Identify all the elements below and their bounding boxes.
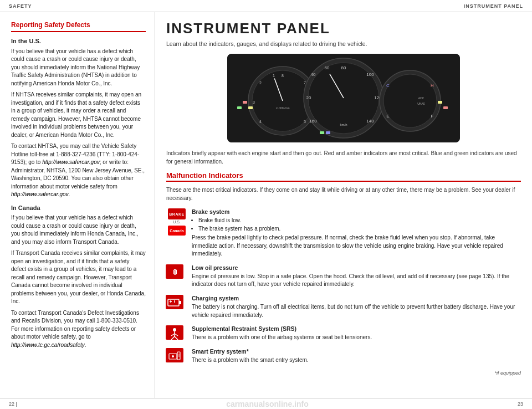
svg-text:5: 5: [304, 120, 306, 124]
watermark: carmanualsonline.info: [226, 400, 309, 408]
svg-point-26: [383, 74, 437, 127]
oil-text: Low oil pressure Engine oil pressure is …: [192, 264, 521, 289]
svg-rect-44: [179, 301, 181, 304]
smart-title: Smart Entry system*: [192, 347, 521, 356]
page-subtitle: Learn about the indicators, gauges, and …: [166, 40, 521, 47]
brake-body: Press the brake pedal lightly to check p…: [192, 234, 503, 257]
header-right: INSTRUMENT PANEL: [464, 3, 523, 9]
indicators-brief: Indicators briefly appear with each engi…: [166, 149, 521, 166]
battery-icon-container: [166, 295, 187, 309]
srs-text: Supplemental Restraint System (SRS) Ther…: [192, 325, 521, 342]
indicator-battery: Charging system The battery is not charg…: [166, 294, 521, 319]
svg-text:60: 60: [325, 65, 330, 70]
svg-point-49: [173, 328, 176, 331]
oil-title: Low oil pressure: [192, 264, 521, 272]
svg-rect-35: [326, 131, 330, 134]
canada-link[interactable]: http://www.tc.gc.ca/roadsafety: [11, 342, 85, 348]
battery-body: The battery is not charging. Turn off al…: [192, 304, 515, 318]
indicator-brake: BRAKE U.S. Canada Brake system Brake flu…: [166, 208, 521, 258]
nhtsa-link2[interactable]: http://www.safercar.gov: [11, 191, 69, 197]
svg-point-57: [172, 355, 174, 357]
svg-text:40: 40: [311, 72, 316, 77]
page-title: INSTRUMENT PANEL: [166, 20, 521, 37]
brake-icon-container: BRAKE U.S. Canada: [166, 208, 187, 236]
brake-bullet-1: Brake fluid is low.: [198, 217, 521, 225]
svg-rect-32: [237, 106, 242, 109]
smart-body: There is a problem with the smart entry …: [192, 357, 309, 363]
smart-text: Smart Entry system* There is a problem w…: [192, 347, 521, 365]
svg-rect-37: [443, 106, 448, 109]
battery-text: Charging system The battery is not charg…: [192, 294, 521, 319]
footnote: *if equipped: [166, 370, 521, 376]
nhtsa-link[interactable]: http://www.safercar.gov: [42, 159, 100, 165]
instrument-panel-image: 8 7 6 5 4 3 2 1 ×1000r/min 80 100 120 14…: [227, 54, 460, 142]
oil-body: Engine oil pressure is low. Stop in a sa…: [192, 273, 509, 288]
svg-rect-36: [438, 101, 442, 104]
page-number-left: 22 |: [9, 401, 17, 407]
svg-text:2: 2: [259, 81, 262, 85]
brake-canada-icon: Canada: [168, 226, 186, 236]
svg-text:160: 160: [309, 119, 317, 124]
svg-text:100: 100: [366, 72, 374, 77]
top-bar: SAFETY INSTRUMENT PANEL: [0, 0, 532, 12]
svg-text:×1000r/min: ×1000r/min: [275, 106, 289, 110]
svg-rect-31: [243, 101, 247, 104]
oil-icon: 🛢: [166, 264, 183, 279]
indicator-oil: 🛢 Low oil pressure Engine oil pressure i…: [166, 264, 521, 289]
svg-text:1: 1: [273, 74, 275, 78]
srs-icon-container: [166, 325, 187, 340]
svg-rect-55: [166, 348, 183, 362]
right-panel: INSTRUMENT PANEL Learn about the indicat…: [155, 12, 532, 398]
us-para3: To contact NHTSA, you may call the Vehic…: [11, 142, 146, 199]
srs-title: Supplemental Restraint System (SRS): [192, 325, 521, 333]
brake-text: Brake system Brake fluid is low. The bra…: [192, 208, 521, 258]
srs-icon: [166, 325, 183, 340]
malfunction-title: Malfunction Indicators: [166, 171, 521, 182]
canada-heading: In Canada: [11, 203, 146, 213]
smart-icon-container: [166, 348, 187, 362]
svg-text:H: H: [431, 83, 434, 88]
svg-text:UKAS: UKAS: [417, 102, 425, 105]
smart-icon: [166, 348, 183, 362]
indicator-smart: Smart Entry system* There is a problem w…: [166, 347, 521, 365]
brake-us-icon: BRAKE: [168, 208, 186, 219]
left-section-title: Reporting Safety Defects: [11, 20, 146, 32]
indicator-srs: Supplemental Restraint System (SRS) Ther…: [166, 325, 521, 342]
svg-text:80: 80: [341, 65, 346, 70]
main-content: Reporting Safety Defects In the U.S. If …: [0, 12, 532, 398]
canada-para1: If you believe that your vehicle has a d…: [11, 214, 146, 246]
malfunction-desc: These are the most critical indicators. …: [166, 186, 521, 202]
page-number-right: 23: [518, 401, 523, 407]
svg-text:4: 4: [259, 120, 262, 124]
brake-bullets: Brake fluid is low. The brake system has…: [198, 217, 521, 233]
oil-icon-container: 🛢: [166, 264, 187, 279]
battery-title: Charging system: [192, 294, 521, 303]
srs-body: There is a problem with one of the airba…: [192, 334, 372, 340]
brake-bullet-2: The brake system has a problem.: [198, 225, 521, 233]
svg-text:km/h: km/h: [340, 123, 347, 126]
svg-text:7: 7: [304, 81, 306, 85]
svg-text:C: C: [386, 83, 390, 88]
us-para1: If you believe that your vehicle has a d…: [11, 48, 146, 88]
canada-para3: To contact Transport Canada's Defect Inv…: [11, 309, 146, 350]
svg-rect-33: [248, 106, 253, 109]
canada-para2: If Transport Canada receives similar com…: [11, 249, 146, 306]
us-para2: If NHTSA receives similar complaints, it…: [11, 91, 146, 139]
svg-text:3: 3: [253, 100, 255, 104]
header-left: SAFETY: [9, 3, 32, 9]
svg-text:8: 8: [282, 74, 284, 78]
svg-text:140: 140: [366, 119, 374, 124]
battery-icon: [166, 295, 183, 309]
svg-text:E: E: [386, 114, 389, 119]
bottom-bar: 22 | carmanualsonline.info 23: [0, 398, 532, 409]
svg-text:20: 20: [306, 95, 311, 100]
svg-rect-34: [320, 131, 324, 134]
svg-text:F: F: [431, 114, 434, 119]
left-panel: Reporting Safety Defects In the U.S. If …: [0, 12, 155, 398]
svg-text:ACC: ACC: [418, 96, 424, 100]
svg-text:🛢: 🛢: [172, 269, 178, 275]
us-heading: In the U.S.: [11, 37, 146, 46]
brake-title: Brake system: [192, 208, 521, 216]
